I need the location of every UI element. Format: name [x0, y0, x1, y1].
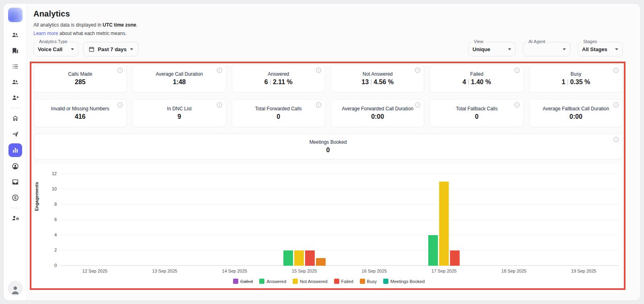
- metric-label: Total Forwarded Calls: [250, 106, 308, 112]
- bar-answered: [283, 250, 293, 266]
- stages-value: All Stages: [582, 46, 607, 52]
- x-tick-label: 12 Sep 2025: [60, 269, 130, 273]
- learn-more-link[interactable]: Learn more: [33, 31, 58, 36]
- info-icon[interactable]: i: [118, 68, 123, 73]
- sidebar-item-user-settings[interactable]: [8, 212, 22, 225]
- calendar-icon: [89, 46, 95, 52]
- sidebar-item-send[interactable]: [8, 128, 22, 141]
- metric-label: Busy: [565, 71, 587, 77]
- legend-label: Answered: [266, 279, 286, 284]
- y-tick-label: 2: [54, 248, 57, 252]
- legend-item-failed[interactable]: Failed: [334, 279, 353, 284]
- sidebar-item-contacts[interactable]: [8, 76, 22, 89]
- info-icon[interactable]: i: [118, 102, 123, 108]
- metric-card: iTotal Forwarded Calls0: [232, 99, 325, 127]
- metric-value: 0: [326, 147, 330, 154]
- support-icon: [11, 162, 19, 170]
- legend-label: Busy: [367, 279, 377, 284]
- x-tick-label: 17 Sep 2025: [409, 269, 479, 273]
- app-logo[interactable]: [8, 8, 23, 22]
- metric-value: 6|2.11 %: [264, 79, 293, 86]
- sidebar-item-list[interactable]: [8, 60, 22, 73]
- stages-label: Stages: [582, 39, 599, 44]
- sidebar-item-inbox[interactable]: [8, 176, 22, 188]
- legend-swatch: [360, 279, 365, 284]
- metrics-row-2: iInvalid or Missing Numbers416iIn DNC Li…: [33, 99, 623, 127]
- chevron-down-icon: [71, 48, 74, 50]
- legend-item-called[interactable]: Called: [233, 279, 253, 284]
- legend-item-answered[interactable]: Answered: [259, 279, 286, 284]
- legend-item-meetings-booked[interactable]: Meetings Booked: [383, 279, 425, 284]
- ai-agent-select[interactable]: AI Agent: [523, 42, 570, 56]
- chart-plot-area: 024681012: [60, 174, 619, 266]
- metric-label: Invalid or Missing Numbers: [45, 106, 115, 112]
- sidebar-item-home[interactable]: [8, 112, 22, 125]
- chevron-down-icon: [615, 48, 618, 50]
- metric-value: 0: [475, 113, 479, 120]
- sidebar-item-person-add[interactable]: [8, 91, 22, 104]
- x-tick-label: 13 Sep 2025: [130, 269, 200, 273]
- metric-label: Average Forwarded Call Duration: [336, 106, 419, 112]
- legend-swatch: [383, 279, 388, 284]
- chart-legend: CalledAnsweredNot AnsweredFailedBusyMeet…: [37, 279, 620, 284]
- organization-icon: [11, 47, 19, 55]
- sidebar-item-analytics[interactable]: [8, 143, 22, 157]
- stages-select[interactable]: Stages All Stages: [578, 42, 623, 56]
- info-icon[interactable]: i: [415, 102, 420, 108]
- info-icon[interactable]: i: [613, 68, 619, 73]
- sidebar-item-support[interactable]: [8, 160, 22, 173]
- metric-card: iAnswered6|2.11 %: [232, 64, 325, 93]
- analytics-type-value: Voice Call: [38, 46, 62, 52]
- x-tick-label: 16 Sep 2025: [339, 269, 409, 273]
- category-group: [60, 174, 130, 266]
- info-icon[interactable]: i: [613, 137, 619, 142]
- metric-label: Answered: [262, 71, 295, 77]
- sidebar-item-team[interactable]: [8, 29, 22, 41]
- view-value: Unique: [473, 46, 490, 52]
- person-silhouette-icon: [10, 285, 21, 295]
- date-range-value: Past 7 days: [98, 46, 127, 52]
- info-icon[interactable]: i: [316, 68, 321, 73]
- analytics-type-label: Analytics Type: [37, 39, 69, 44]
- x-tick-label: 15 Sep 2025: [270, 269, 340, 273]
- info-icon[interactable]: i: [514, 102, 520, 108]
- metric-value: 0:00: [371, 113, 384, 120]
- metric-label: Calls Made: [62, 71, 98, 77]
- y-tick-label: 6: [54, 217, 57, 222]
- info-icon[interactable]: i: [217, 68, 222, 73]
- info-icon[interactable]: i: [316, 102, 321, 108]
- page-subtitle: All analytics data is displayed in UTC t…: [33, 22, 623, 28]
- analytics-type-select[interactable]: Analytics Type Voice Call: [33, 42, 78, 56]
- x-tick-label: 14 Sep 2025: [200, 269, 270, 273]
- metrics-row-1: iCalls Made285iAverage Call Duration1:48…: [33, 64, 623, 93]
- metric-card: iTotal Fallback Calls0: [430, 99, 523, 127]
- sidebar-divider: [10, 208, 21, 208]
- page-title: Analytics: [33, 9, 623, 19]
- legend-item-not-answered[interactable]: Not Answered: [293, 279, 327, 284]
- metric-label: In DNC List: [161, 106, 197, 112]
- category-group: [270, 174, 340, 266]
- legend-label: Failed: [341, 279, 353, 284]
- metric-label: Meetings Booked: [304, 139, 353, 145]
- bar-answered: [428, 235, 438, 266]
- team-icon: [11, 31, 19, 39]
- category-group: [409, 174, 479, 266]
- sidebar-item-billing[interactable]: [8, 191, 22, 204]
- y-tick-label: 10: [52, 186, 57, 191]
- sidebar-item-organization[interactable]: [8, 44, 22, 57]
- metric-value: 0:00: [570, 113, 582, 120]
- date-range-button[interactable]: Past 7 days: [83, 42, 138, 56]
- info-icon[interactable]: i: [217, 102, 222, 108]
- y-tick-label: 8: [54, 202, 57, 207]
- info-icon[interactable]: i: [514, 68, 520, 73]
- bar-failed: [450, 250, 460, 266]
- metric-card: iBusy1|0.35 %: [529, 64, 623, 93]
- user-avatar[interactable]: [8, 281, 23, 296]
- legend-item-busy[interactable]: Busy: [360, 279, 377, 284]
- view-select[interactable]: View Unique: [468, 42, 516, 56]
- metric-card: iAverage Call Duration1:48: [132, 64, 226, 93]
- category-group: [339, 174, 409, 266]
- info-icon[interactable]: i: [613, 102, 619, 108]
- info-icon[interactable]: i: [415, 68, 420, 73]
- engagements-chart: Engagements 024681012 12 Sep 202513 Sep …: [33, 163, 623, 292]
